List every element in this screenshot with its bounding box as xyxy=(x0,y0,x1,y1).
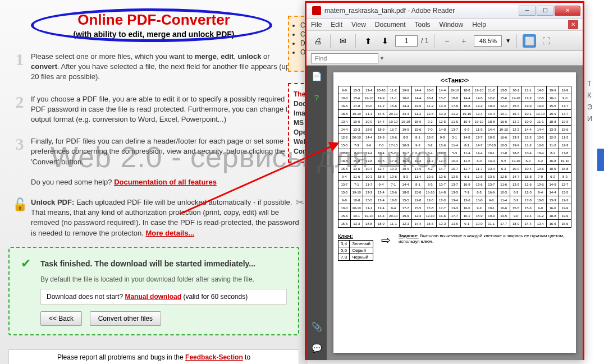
minimize-button[interactable]: ─ xyxy=(519,6,536,16)
page-input[interactable] xyxy=(395,35,418,47)
more-details-link[interactable]: More details... xyxy=(146,229,195,237)
grid-cell: 13-7 xyxy=(338,181,351,188)
menu-window[interactable]: Window xyxy=(440,21,464,29)
comment-icon[interactable]: 💬 xyxy=(311,343,322,354)
grid-cell: 8-3 xyxy=(473,188,486,196)
grid-cell: 18-9 xyxy=(375,126,387,133)
grid-cell: 13-3 xyxy=(350,126,363,133)
grid-cell: 20-10 xyxy=(375,86,387,94)
grid-cell: 17-10 xyxy=(387,141,400,149)
email-icon[interactable]: ✉ xyxy=(336,34,350,48)
grid-cell: 11-1 xyxy=(387,220,400,228)
adobe-reader-window: matem_raskraska_tank.pdf - Adobe Reader … xyxy=(305,1,584,360)
grid-cell: 11-1 xyxy=(363,110,375,118)
grid-cell: 12-7 xyxy=(436,157,449,165)
grid-cell: 14-4 xyxy=(411,94,424,102)
menu-file[interactable]: File xyxy=(311,21,322,29)
fit-page-icon[interactable]: ⛶ xyxy=(539,34,553,48)
menu-view[interactable]: View xyxy=(351,21,366,29)
grid-cell: 18-8 xyxy=(461,102,473,110)
close-button[interactable]: ✕ xyxy=(555,6,580,16)
grid-cell: 13-7 xyxy=(449,126,461,133)
grid-cell: 10-6 xyxy=(534,181,547,188)
help-icon[interactable]: ? xyxy=(311,93,322,104)
menu-document[interactable]: Document xyxy=(375,21,406,29)
maximize-button[interactable]: ☐ xyxy=(537,6,553,16)
grid-cell: 10-4 xyxy=(522,149,534,157)
menu-edit[interactable]: Edit xyxy=(331,21,342,29)
grid-cell: 12-8 xyxy=(411,196,424,204)
grid-cell: 8-3 xyxy=(510,196,522,204)
grid-cell: 17-7 xyxy=(559,102,571,110)
grid-cell: 9-0 xyxy=(559,94,571,102)
grid-cell: 14-4 xyxy=(485,126,497,133)
grid-cell: 12-3 xyxy=(510,118,522,126)
grid-cell: 10-3 xyxy=(534,141,547,149)
documentation-link[interactable]: Documentation of all features xyxy=(114,178,217,186)
menu-help[interactable]: Help xyxy=(472,21,486,29)
find-input[interactable] xyxy=(311,53,378,63)
zoom-out-icon[interactable]: − xyxy=(440,34,454,48)
grid-cell: 13-3 xyxy=(449,188,461,196)
attachment-icon[interactable]: 📎 xyxy=(311,322,322,333)
pages-panel-icon[interactable]: 📄 xyxy=(311,71,322,82)
grid-cell: 11-4 xyxy=(497,196,510,204)
grid-cell: 15-5 xyxy=(338,220,351,228)
zoom-in-icon[interactable]: + xyxy=(457,34,470,48)
grid-cell: 11-4 xyxy=(461,149,473,157)
red-box-item: Web xyxy=(294,138,305,146)
grid-cell: 9-3 xyxy=(436,133,449,141)
grid-cell: 18-4 xyxy=(534,149,547,157)
grid-cell: 14-7 xyxy=(424,157,436,165)
grid-cell: 19-10 xyxy=(473,118,486,126)
back-button[interactable]: << Back xyxy=(40,311,82,326)
grid-cell: 16-6 xyxy=(338,102,351,110)
zoom-input[interactable] xyxy=(474,35,502,47)
grid-cell: 16-6 xyxy=(497,133,510,141)
grid-cell: 18-8 xyxy=(363,126,375,133)
page-up-icon[interactable]: ⬆ xyxy=(362,34,375,48)
report-bar: Please report all problems and bugs in t… xyxy=(8,349,299,364)
grid-cell: 18-8 xyxy=(547,118,559,126)
grid-cell: 6-2 xyxy=(534,157,547,165)
grid-cell: 18-8 xyxy=(350,196,363,204)
key-cell: Серый xyxy=(350,247,373,254)
menu-close-icon[interactable]: ✕ xyxy=(568,20,578,29)
grid-cell: 13-6 xyxy=(387,133,400,141)
grid-cell: 9-4 xyxy=(534,188,547,196)
reader-content-area[interactable]: <<Танк>> 9-013-313-420-1011-219-914-410-… xyxy=(327,66,583,360)
manual-download-link[interactable]: Manual download xyxy=(125,293,181,301)
grid-cell: 10-3 xyxy=(363,173,375,181)
grid-cell: 7-0 xyxy=(375,141,387,149)
grid-cell: 14-5 xyxy=(473,94,486,102)
reader-titlebar[interactable]: matem_raskraska_tank.pdf - Adobe Reader … xyxy=(306,3,583,19)
grid-cell: 12-5 xyxy=(424,196,436,204)
grid-cell: 14-4 xyxy=(473,149,486,157)
webpage-panel: Online PDF-Converter (with ability to ed… xyxy=(0,0,308,364)
convert-other-button[interactable]: Convert other files xyxy=(90,311,161,326)
grid-cell: 19-10 xyxy=(400,118,412,126)
grid-cell: 14-4 xyxy=(534,126,547,133)
grid-cell: 17-8 xyxy=(559,149,571,157)
grid-cell: 19-10 xyxy=(473,86,486,94)
feedback-link[interactable]: Feedback-Section xyxy=(185,353,243,361)
key-cell: 3,4 xyxy=(338,241,350,247)
grid-cell: 10-1 xyxy=(547,94,559,102)
page-down-icon[interactable]: ⬇ xyxy=(378,34,392,48)
menu-tools[interactable]: Tools xyxy=(415,21,431,29)
step-number: 1 xyxy=(8,50,31,82)
grid-cell: 16-6 xyxy=(436,212,449,220)
grid-cell: 10-0 xyxy=(485,102,497,110)
grid-cell: 14-5 xyxy=(375,110,387,118)
print-icon[interactable]: 🖨 xyxy=(311,34,324,48)
blue-fragment xyxy=(597,149,604,171)
grid-cell: 13-4 xyxy=(338,118,351,126)
grid-cell: 16-6 xyxy=(547,204,559,212)
step-number: 3 xyxy=(8,135,31,187)
grid-cell: 13-6 xyxy=(473,181,486,188)
grid-cell: 14-8 xyxy=(436,126,449,133)
arrow-icon: ⇨ xyxy=(381,233,391,261)
grid-cell: 11-7 xyxy=(363,181,375,188)
grid-cell: 12-3 xyxy=(411,212,424,220)
fit-width-icon[interactable]: ⬜ xyxy=(523,34,536,48)
